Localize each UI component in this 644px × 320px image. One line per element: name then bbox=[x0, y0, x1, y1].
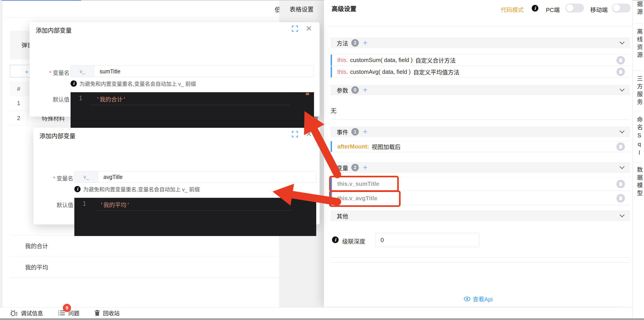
left-gutter bbox=[0, 1, 2, 307]
section-header-methods[interactable]: 方法 2 + bbox=[331, 38, 630, 48]
app-window: 低 弹窗 + 新增 # 1 2 特殊材料 ¥ 666.00 元 我的合计 我的平… bbox=[0, 0, 644, 320]
section-header-events[interactable]: 事件 1 + bbox=[331, 127, 630, 137]
delete-method-button[interactable] bbox=[616, 68, 625, 76]
delete-method-button[interactable] bbox=[616, 56, 625, 64]
table-column-divider bbox=[27, 82, 28, 96]
add-event-icon[interactable]: + bbox=[363, 128, 368, 135]
delete-variable-button[interactable] bbox=[616, 180, 625, 188]
default-value-label: 默认值 bbox=[38, 201, 73, 209]
cascade-depth-input[interactable] bbox=[376, 233, 479, 247]
code-editor[interactable]: 1 '我的合计' bbox=[70, 92, 314, 130]
required-mark: * bbox=[53, 175, 55, 182]
count-badge: 2 bbox=[351, 39, 359, 47]
method-desc: 自定义合计方法 bbox=[415, 56, 456, 64]
view-api-link[interactable]: 查看Api bbox=[324, 295, 632, 303]
chevron-down-icon[interactable] bbox=[620, 128, 625, 133]
cascade-depth-label: 级联深度 bbox=[342, 237, 365, 245]
method-this: this. bbox=[337, 57, 348, 64]
strip-divider bbox=[634, 163, 643, 163]
table-index-header: # bbox=[10, 82, 27, 96]
variable-name-input[interactable]: v_ sumTitle bbox=[70, 66, 314, 77]
chevron-down-icon[interactable] bbox=[620, 39, 625, 45]
event-name: afterMount: bbox=[337, 143, 369, 150]
trash-icon bbox=[619, 58, 623, 62]
overview-ruler-marker bbox=[306, 93, 309, 95]
method-row[interactable]: this. customSum( data, field ) 自定义合计方法 bbox=[331, 54, 630, 66]
annotation-box-sum-variable bbox=[329, 176, 399, 192]
info-icon[interactable]: i bbox=[532, 5, 538, 12]
strip-item-data-model[interactable]: 数据模型 bbox=[633, 167, 644, 198]
section-title: 事件 bbox=[337, 128, 348, 136]
avg-row-label: 我的平均 bbox=[25, 256, 48, 277]
strip-divider bbox=[634, 71, 643, 71]
current-line-underline bbox=[94, 210, 292, 211]
close-icon[interactable]: ✕ bbox=[306, 129, 312, 138]
add-param-icon[interactable]: + bbox=[363, 87, 368, 93]
debug-bug-icon bbox=[10, 309, 18, 316]
event-desc: 视图加载后 bbox=[372, 142, 400, 151]
table-summary-row: 我的平均 bbox=[10, 256, 279, 278]
variable-prefix: v_ bbox=[71, 66, 94, 77]
tab-table-settings[interactable]: 表格设置 bbox=[279, 1, 324, 17]
mobile-toggle-label: 移动端 bbox=[590, 5, 608, 14]
prefix-hint-text: 为避免和内置变量重名,变量名会自动加上 v_ 前缀 bbox=[83, 185, 200, 193]
event-row[interactable]: afterMount: 视图加载后 bbox=[331, 141, 630, 152]
count-badge: 0 bbox=[351, 86, 359, 94]
prefix-hint: i 为避免和内置变量重名,变量名会自动加上 v_ 前缀 bbox=[70, 80, 196, 87]
pc-toggle-label: PC端 bbox=[546, 5, 560, 14]
chevron-down-icon[interactable] bbox=[620, 164, 625, 169]
close-icon[interactable]: ✕ bbox=[306, 24, 312, 33]
code-mode-link[interactable]: 代码模式 bbox=[501, 5, 524, 14]
current-line-top bbox=[90, 93, 290, 93]
method-signature: customSum( data, field ) bbox=[350, 57, 413, 64]
add-method-icon[interactable]: + bbox=[363, 40, 368, 46]
recycle-bin-button[interactable]: 回收站 bbox=[94, 309, 120, 317]
section-header-params[interactable]: 参数 0 + bbox=[331, 85, 630, 95]
section-title: 方法 bbox=[337, 39, 348, 47]
fullscreen-icon[interactable] bbox=[292, 25, 298, 32]
count-badge: 1 bbox=[351, 128, 359, 135]
section-header-vars[interactable]: 变量 2 + bbox=[331, 163, 630, 173]
section-header-other[interactable]: 其他 bbox=[331, 211, 630, 221]
delete-event-button[interactable] bbox=[616, 142, 625, 151]
strip-item-datasource[interactable]: 据源 bbox=[633, 1, 644, 17]
variable-name-input[interactable]: v_ avgTitle bbox=[74, 171, 316, 183]
add-variable-dialog-avg: 添加内部变量 ✕ *变量名 v_ avgTitle i 为避免和内置变量重名,变… bbox=[33, 128, 320, 224]
recycle-bin-label: 回收站 bbox=[103, 309, 120, 317]
debug-info-button[interactable]: 调试信息 bbox=[10, 309, 43, 317]
mobile-toggle[interactable] bbox=[612, 4, 631, 13]
sum-row-label: 我的合计 bbox=[25, 235, 48, 256]
section-title: 参数 bbox=[337, 86, 348, 94]
trash-icon bbox=[619, 196, 623, 201]
issues-count-badge: 9 bbox=[63, 304, 71, 312]
current-line-top bbox=[94, 199, 292, 199]
strip-item-named-sql[interactable]: 命名Sql bbox=[633, 116, 644, 158]
strip-item-offline[interactable]: 离线资源 bbox=[633, 29, 644, 60]
trash-icon bbox=[94, 310, 100, 316]
code-editor[interactable]: 1 '我的平均' bbox=[74, 198, 316, 236]
info-icon: i bbox=[70, 80, 77, 87]
line-number: 1 bbox=[70, 95, 90, 102]
info-icon: i bbox=[74, 186, 80, 192]
chevron-down-icon[interactable] bbox=[620, 212, 625, 217]
method-row[interactable]: this. customAvg( data, field ) 自定义平均值方法 bbox=[331, 66, 630, 78]
add-variable-icon[interactable]: + bbox=[363, 164, 368, 171]
section-divider bbox=[331, 257, 630, 258]
view-api-label: 查看Api bbox=[473, 295, 493, 303]
method-this: this. bbox=[337, 68, 348, 75]
code-string: '我的合计' bbox=[96, 95, 126, 103]
variable-name-value: avgTitle bbox=[98, 171, 123, 183]
pc-toggle[interactable] bbox=[566, 4, 584, 13]
fullscreen-icon[interactable] bbox=[292, 131, 298, 137]
annotation-box-avg-variable bbox=[329, 191, 400, 207]
trash-icon bbox=[619, 144, 623, 149]
method-desc: 自定义平均值方法 bbox=[413, 68, 459, 76]
strip-item-services[interactable]: 三方服务 bbox=[633, 76, 644, 107]
delete-variable-button[interactable] bbox=[616, 194, 625, 203]
default-value-label: 默认值 bbox=[34, 95, 70, 103]
section-title: 其他 bbox=[337, 212, 348, 220]
dialog-title: 添加内部变量 bbox=[36, 26, 72, 35]
required-mark: * bbox=[49, 70, 52, 76]
chevron-down-icon[interactable] bbox=[620, 86, 625, 92]
table-column-divider bbox=[27, 96, 28, 110]
